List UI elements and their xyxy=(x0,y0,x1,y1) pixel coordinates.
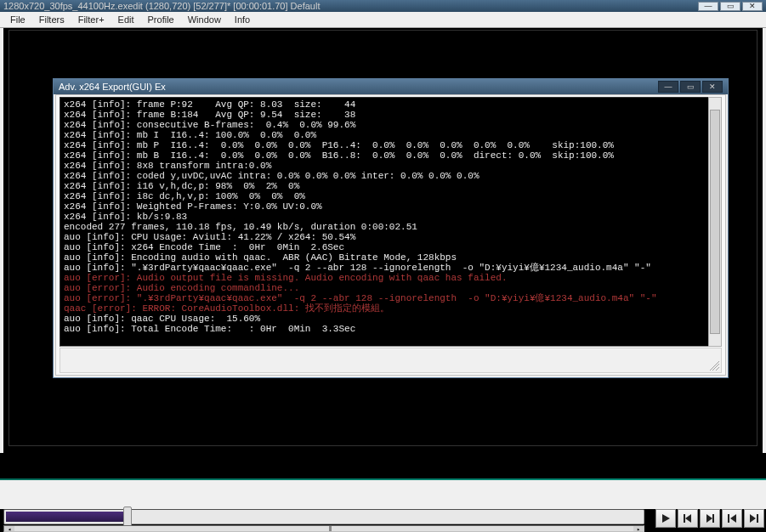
close-button[interactable]: ✕ xyxy=(742,2,763,11)
first-frame-button[interactable] xyxy=(722,509,742,528)
timeline-background xyxy=(0,480,766,509)
svg-marker-3 xyxy=(706,514,712,523)
dialog-titlebar[interactable]: Adv. x264 Export(GUI) Ex — ▭ ✕ xyxy=(54,79,728,94)
main-window: 1280x720_30fps_44100Hz.exedit (1280,720)… xyxy=(0,0,766,532)
dialog-status-strip xyxy=(60,348,722,373)
console-output[interactable]: x264 [info]: frame P:92 Avg QP: 8.03 siz… xyxy=(60,97,722,347)
console-info-line: x264 [info]: consecutive B-frames: 0.4% … xyxy=(64,120,718,130)
step-forward-icon xyxy=(704,512,716,524)
dialog-maximize-button[interactable]: ▭ xyxy=(680,81,701,93)
console-info-line: x264 [info]: mb I I16..4: 100.0% 0.0% 0.… xyxy=(64,130,718,140)
console-info-line: encoded 277 frames, 110.18 fps, 10.49 kb… xyxy=(64,222,718,232)
console-info-line: auo [info]: ".¥3rdParty¥qaac¥qaac.exe" -… xyxy=(64,263,718,273)
menu-info[interactable]: Info xyxy=(228,13,257,26)
main-window-controls: — ▭ ✕ xyxy=(698,2,763,11)
horizontal-scrollbar[interactable]: ◂ ▸ xyxy=(3,525,644,532)
scroll-left-arrow[interactable]: ◂ xyxy=(4,526,14,531)
console-scrollbar[interactable] xyxy=(708,97,722,347)
dialog-title: Adv. x264 Export(GUI) Ex xyxy=(59,82,656,92)
console-info-line: x264 [info]: kb/s:9.83 xyxy=(64,212,718,222)
console-error-line: auo [error]: Audio output file is missin… xyxy=(64,273,718,283)
svg-rect-2 xyxy=(684,514,685,523)
console-info-line: auo [info]: qaac CPU Usage: 15.60% xyxy=(64,314,718,324)
main-titlebar: 1280x720_30fps_44100Hz.exedit (1280,720)… xyxy=(0,0,766,12)
svg-marker-6 xyxy=(730,514,736,523)
console-info-line: x264 [info]: Weighted P-Frames: Y:0.0% U… xyxy=(64,201,718,212)
console-info-line: x264 [info]: i8c dc,h,v,p: 100% 0% 0% 0% xyxy=(64,191,718,201)
svg-rect-8 xyxy=(757,514,758,523)
menu-window[interactable]: Window xyxy=(181,13,228,26)
console-scroll-thumb[interactable] xyxy=(710,110,720,334)
play-icon xyxy=(660,512,672,524)
dialog-close-button[interactable]: ✕ xyxy=(702,81,723,93)
console-error-line: qaac [error]: ERROR: CoreAudioToolbox.dl… xyxy=(64,303,718,314)
menu-filterplus[interactable]: Filter+ xyxy=(71,13,111,26)
dialog-minimize-button[interactable]: — xyxy=(658,81,678,93)
step-forward-button[interactable] xyxy=(700,509,720,528)
minimize-button[interactable]: — xyxy=(698,2,718,11)
console-error-line: auo [error]: ".¥3rdParty¥qaac¥qaac.exe" … xyxy=(64,293,718,303)
console-info-line: x264 [info]: frame P:92 Avg QP: 8.03 siz… xyxy=(64,99,718,110)
last-frame-icon xyxy=(748,512,760,524)
menubar: File Filters Filter+ Edit Profile Window… xyxy=(0,12,766,28)
menu-profile[interactable]: Profile xyxy=(141,13,181,26)
console-info-line: auo [info]: Encoding audio with qaac. AB… xyxy=(64,252,718,263)
resize-grip-icon[interactable] xyxy=(709,360,719,371)
svg-rect-4 xyxy=(712,514,714,523)
svg-marker-1 xyxy=(685,514,691,523)
seek-thumb[interactable] xyxy=(123,507,132,527)
console-info-line: x264 [info]: i16 v,h,dc,p: 98% 0% 2% 0% xyxy=(64,181,718,191)
export-dialog: Adv. x264 Export(GUI) Ex — ▭ ✕ x264 [inf… xyxy=(53,78,729,378)
lower-black-strip xyxy=(0,456,766,478)
console-info-line: auo [info]: x264 Encode Time : 0Hr 0Min … xyxy=(64,242,718,252)
scroll-marker[interactable] xyxy=(329,526,332,531)
console-info-line: x264 [info]: frame B:184 Avg QP: 9.54 si… xyxy=(64,110,718,120)
menu-edit[interactable]: Edit xyxy=(111,13,141,26)
playback-controls xyxy=(655,509,764,528)
maximize-button[interactable]: ▭ xyxy=(720,2,740,11)
console-info-line: auo [info]: Total Encode Time: : 0Hr 0Mi… xyxy=(64,324,718,334)
first-frame-icon xyxy=(726,512,738,524)
svg-marker-0 xyxy=(662,514,670,523)
main-title: 1280x720_30fps_44100Hz.exedit (1280,720)… xyxy=(3,1,698,11)
console-info-line: x264 [info]: mb P I16..4: 0.0% 0.0% 0.0%… xyxy=(64,140,718,150)
svg-marker-7 xyxy=(750,514,756,523)
last-frame-button[interactable] xyxy=(744,509,764,528)
scroll-right-arrow[interactable]: ▸ xyxy=(633,526,644,531)
console-info-line: x264 [info]: coded y,uvDC,uvAC intra: 0.… xyxy=(64,171,718,181)
menu-filters[interactable]: Filters xyxy=(32,13,71,26)
console-info-line: x264 [info]: mb B I16..4: 0.0% 0.0% 0.0%… xyxy=(64,150,718,161)
step-back-icon xyxy=(682,512,694,524)
dialog-body: x264 [info]: frame P:92 Avg QP: 8.03 siz… xyxy=(55,94,726,376)
step-back-button[interactable] xyxy=(678,509,698,528)
console-error-line: auo [error]: Audio encoding commandline.… xyxy=(64,283,718,293)
play-button[interactable] xyxy=(655,509,676,528)
svg-rect-5 xyxy=(728,514,729,523)
seek-progress xyxy=(6,512,124,522)
console-info-line: auo [info]: CPU Usage: Aviutl: 41.22% / … xyxy=(64,232,718,242)
console-info-line: x264 [info]: 8x8 transform intra:0.0% xyxy=(64,161,718,171)
menu-file[interactable]: File xyxy=(3,13,32,26)
seek-bar[interactable] xyxy=(3,509,644,524)
